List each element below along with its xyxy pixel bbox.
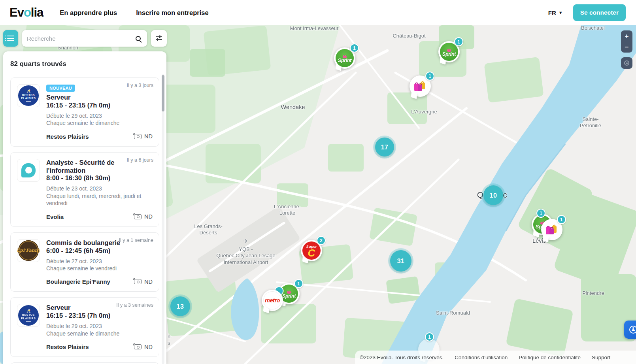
superc-logo: Super C (302, 241, 321, 260)
pay-info: ND (134, 133, 153, 140)
footer-link-privacy[interactable]: Politique de confidentialité (519, 355, 581, 360)
shopping-bags-icon (411, 77, 429, 95)
header-right: FR ▼ Se connecter (548, 4, 626, 21)
pay-value: ND (144, 213, 153, 220)
footer-link-support[interactable]: Support (592, 355, 610, 360)
map-cluster[interactable]: 31 (390, 250, 411, 272)
posted-ago: Il y a 3 jours (127, 83, 153, 88)
locate-icon (624, 60, 629, 66)
posted-ago: Il y a 1 semaine (119, 238, 153, 243)
marker-count-badge: 2 (317, 236, 326, 245)
sliders-icon (155, 35, 163, 42)
shift-card[interactable]: Epi'Fanny Il y a 1 semaine Commis de bou… (10, 232, 159, 292)
shift-time: 16:15 - 23:15 (7h 0m) (46, 102, 153, 109)
results-count: 82 quarts trouvés (3, 51, 166, 74)
person-magnifier-icon (629, 326, 636, 334)
shift-time: 6:00 - 12:45 (6h 45m) (46, 247, 153, 255)
pay-info: ND (134, 344, 153, 350)
marker-count-badge: 1 (454, 37, 463, 46)
locate-button[interactable] (621, 57, 632, 69)
logo-text: RESTOS (22, 313, 35, 317)
map-zoom-control: + − (621, 30, 632, 53)
search-row (3, 30, 167, 47)
main-nav: En apprendre plus Inscrire mon entrepris… (60, 9, 208, 17)
map-cluster[interactable]: 17 (375, 138, 394, 157)
shift-recurrence: Chaque semaine le dimanche (46, 330, 149, 337)
map-marker-sprint[interactable]: Sprint 1 (438, 41, 460, 62)
logo-text: RESTOS (22, 94, 35, 97)
banknote-icon (134, 344, 142, 349)
top-navigation-bar: Evolia En apprendre plus Inscrire mon en… (0, 0, 636, 25)
wine-glasses-icon: 🥂 (26, 309, 30, 313)
shopping-bags-graphic (545, 224, 559, 236)
nav-link-register-business[interactable]: Inscrire mon entreprise (136, 9, 208, 17)
company-logo-restos-plaisirs: 🥂 RESTOS PLAISIRS (17, 304, 40, 327)
language-selector[interactable]: FR ▼ (548, 9, 563, 16)
list-view-button[interactable] (3, 30, 18, 47)
sprint-logo-text: Sprint (442, 51, 456, 57)
shift-recurrence: Chaque semaine le dimanche (46, 119, 149, 126)
company-logo-restos-plaisirs: 🥂 RESTOS PLAISIRS (17, 84, 40, 107)
evolia-logo[interactable]: Evolia (9, 6, 43, 20)
logo-text: PLAISIRS (21, 317, 36, 321)
login-button[interactable]: Se connecter (573, 4, 626, 21)
company-name: Boulangerie Epi'Fanny (46, 278, 110, 285)
sprint-logo-text: Sprint (282, 293, 296, 299)
scrollbar-thumb[interactable] (162, 75, 164, 111)
banknote-icon (134, 134, 142, 139)
map-footer: ©2023 Evolia. Tous droits réservés. Cond… (355, 351, 636, 364)
marker-count-badge: 1 (425, 332, 434, 341)
marker-count-badge: 1 (294, 279, 303, 288)
pay-info: ND (134, 279, 153, 285)
shift-card[interactable]: yoga Il y a 3 semaines Cardio Spin 7:00 … (10, 362, 159, 364)
company-logo-epifanny: Epi'Fanny (17, 239, 40, 262)
nav-link-learn-more[interactable]: En apprendre plus (60, 9, 117, 17)
language-code: FR (548, 9, 556, 16)
wine-glasses-icon: 🥂 (26, 90, 30, 93)
pay-value: ND (144, 133, 153, 140)
accessibility-search-button[interactable] (624, 321, 636, 339)
marker-count-badge: 1 (350, 43, 359, 53)
marker-count-badge: 1 (557, 215, 566, 224)
posted-ago: Il y a 6 jours (127, 157, 153, 163)
shift-start-date: Débute le 29 oct. 2023 (46, 112, 149, 119)
company-name: Restos Plaisirs (46, 343, 89, 350)
map-marker-shopping[interactable]: 1 (541, 219, 562, 240)
map-marker-superc[interactable]: Super C 2 (301, 240, 322, 261)
search-input[interactable] (27, 35, 136, 42)
shift-card[interactable]: 🥂 RESTOS PLAISIRS Il y a 3 semaines Serv… (10, 297, 159, 357)
results-panel: 82 quarts trouvés 🥂 RESTOS PLAISIRS Il y… (3, 51, 166, 364)
airport-icon: ✈ (243, 238, 249, 245)
map-cluster[interactable]: 10 (483, 185, 503, 205)
chevron-down-icon: ▼ (559, 10, 563, 15)
shift-list: 🥂 RESTOS PLAISIRS Il y a 3 jours NOUVEAU… (3, 76, 161, 364)
marker-count-badge: 1 (425, 72, 434, 81)
shift-recurrence: Chaque lundi, mardi, mercredi, jeudi et … (46, 192, 149, 207)
banknote-icon (134, 214, 142, 219)
shift-card[interactable]: 🥂 RESTOS PLAISIRS Il y a 3 jours NOUVEAU… (10, 77, 159, 147)
metro-logo: metro (263, 291, 281, 309)
shift-start-date: Débute le 27 oct. 2023 (46, 258, 149, 265)
shift-title: Analyste - Sécurité de l'information (46, 159, 137, 175)
footer-link-terms[interactable]: Conditions d'utilisation (455, 355, 508, 360)
map-cluster[interactable]: 13 (170, 296, 190, 316)
superc-logo-letter: C (308, 249, 315, 257)
filters-button[interactable] (151, 30, 167, 47)
logo-text: PLAISIRS (21, 97, 36, 100)
shopping-bags-graphic (413, 80, 427, 92)
zoom-in-button[interactable]: + (621, 30, 632, 41)
map-marker-metro[interactable]: metro (262, 290, 283, 311)
logo-text: Epi'Fanny (17, 248, 40, 253)
zoom-out-button[interactable]: − (621, 41, 632, 53)
scrollbar-track[interactable] (162, 74, 164, 364)
shift-start-date: Débute le 29 oct. 2023 (46, 323, 149, 330)
shift-time: 8:00 - 16:30 (8h 30m) (46, 174, 153, 182)
pay-info: ND (134, 213, 153, 220)
company-name: Restos Plaisirs (46, 133, 89, 140)
shift-recurrence: Chaque semaine le vendredi (46, 265, 149, 272)
shift-time: 16:15 - 23:15 (7h 0m) (46, 312, 153, 319)
shift-card[interactable]: Il y a 6 jours Analyste - Sécurité de l'… (10, 152, 159, 227)
map-marker-shopping[interactable]: 1 (410, 75, 431, 97)
new-badge: NOUVEAU (46, 85, 75, 92)
map-marker-sprint[interactable]: Sprint 1 (334, 47, 355, 69)
